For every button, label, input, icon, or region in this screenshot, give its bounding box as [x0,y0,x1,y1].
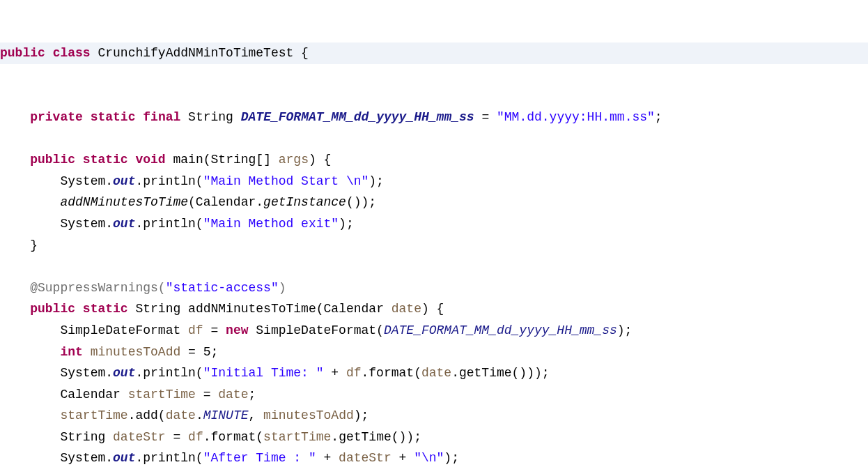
format: .format( [362,366,421,380]
end: ()); [346,195,376,209]
var: startTime [60,408,127,422]
keyword-void: void [135,153,165,167]
ctor: SimpleDateFormat( [248,323,383,337]
var: date [166,408,196,422]
gettime: .getTime())); [451,366,549,380]
dot: . [196,408,203,422]
paren: ) [279,281,286,295]
paren-brace: ) { [309,153,331,167]
keyword-new: new [226,323,248,337]
code-line-3: private static final String DATE_FORMAT_… [0,110,662,124]
plus: + [316,451,339,465]
var: df [346,366,362,380]
end: ); [339,217,354,231]
end: ); [617,323,633,337]
println: .println( [135,366,203,380]
code-line-7: addNMinutesToTime(Calendar.getInstance()… [0,195,376,209]
type: SimpleDateFormat [60,323,188,337]
plus: + [392,451,414,465]
keyword-static: static [91,110,136,124]
string-literal: "Main Method exit" [203,217,339,231]
end: ); [444,451,459,465]
code-line-15: System.out.println("Initial Time: " + df… [0,366,550,380]
var: minutesToAdd [83,345,180,359]
eq: = [203,323,226,337]
keyword-public: public [0,46,45,60]
string-literal: "static-access" [166,281,279,295]
paren: ( [158,281,166,295]
format: .format( [203,430,263,444]
end: ); [354,408,369,422]
type: String [135,302,180,316]
eq-val: = 5; [180,345,218,359]
method-name: addNMinutesToTime [188,302,316,316]
system: System. [60,366,113,380]
system: System. [60,217,113,231]
method-name: main [173,153,203,167]
keyword-class: class [53,46,91,60]
system: System. [60,174,113,188]
keyword-static: static [83,302,128,316]
paren-brace: ) { [421,302,444,316]
code-line-13: SimpleDateFormat df = new SimpleDateForm… [0,323,632,337]
keyword-static: static [83,153,128,167]
annotation: @SuppressWarnings [30,281,158,295]
type: String[] [211,153,271,167]
var: dateStr [113,430,166,444]
code-line-2 [0,89,8,102]
var: date [421,366,451,380]
get-instance: getInstance [263,195,346,209]
code-block: public class CrunchifyAddNMinToTimeTest … [0,43,868,467]
code-line-12: public static String addNMinutesToTime(C… [0,302,444,316]
paren: (Calendar. [188,195,263,209]
semi: ; [655,110,662,124]
println: .println( [135,174,203,188]
field-name: DATE_FORMAT_MM_dd_yyyy_HH_mm_ss [241,110,474,124]
code-line-6: System.out.println("Main Method Start \n… [0,174,384,188]
type: String [60,430,113,444]
field-ref: DATE_FORMAT_MM_dd_yyyy_HH_mm_ss [384,323,617,337]
class-name: CrunchifyAddNMinToTimeTest [98,46,293,60]
keyword-public: public [30,302,75,316]
string-literal: "\n" [414,451,444,465]
var: minutesToAdd [263,408,354,422]
plus: + [324,366,346,380]
code-line-17: startTime.add(date.MINUTE, minutesToAdd)… [0,408,369,422]
out-field: out [113,174,135,188]
param: date [392,302,421,316]
keyword-public: public [30,153,75,167]
out-field: out [113,366,135,380]
string-literal: "Initial Time: " [203,366,324,380]
code-line-14: int minutesToAdd = 5; [0,345,218,359]
eq: = [196,388,218,401]
code-line-18: String dateStr = df.format(startTime.get… [0,430,421,444]
code-line-1: public class CrunchifyAddNMinToTimeTest … [0,43,868,64]
semi: ; [248,388,256,401]
out-field: out [113,451,135,465]
code-line-5: public static void main(String[] args) { [0,153,331,167]
string-literal: "Main Method Start \n" [203,174,369,188]
type: Calendar [60,388,127,401]
eq: = [166,430,188,444]
param: args [279,153,309,167]
code-line-8: System.out.println("Main Method exit"); [0,217,354,231]
system: System. [60,451,113,465]
paren: ( [203,153,211,167]
comma: , [249,408,264,422]
string-literal: "MM.dd.yyyy:HH.mm.ss" [497,110,655,124]
brace: } [30,238,38,252]
println: .println( [135,451,203,465]
code-line-11: @SuppressWarnings("static-access") [0,281,286,295]
out-field: out [113,217,135,231]
eq: = [474,110,497,124]
keyword-private: private [30,110,83,124]
var: df [188,430,203,444]
code-line-19: System.out.println("After Time : " + dat… [0,451,459,465]
brace: { [293,46,309,60]
var: startTime [128,388,196,401]
paren: (Calendar [316,302,392,316]
keyword-final: final [143,110,180,124]
println: .println( [135,217,203,231]
method-call: addNMinutesToTime [60,195,188,209]
var: dateStr [339,451,392,465]
